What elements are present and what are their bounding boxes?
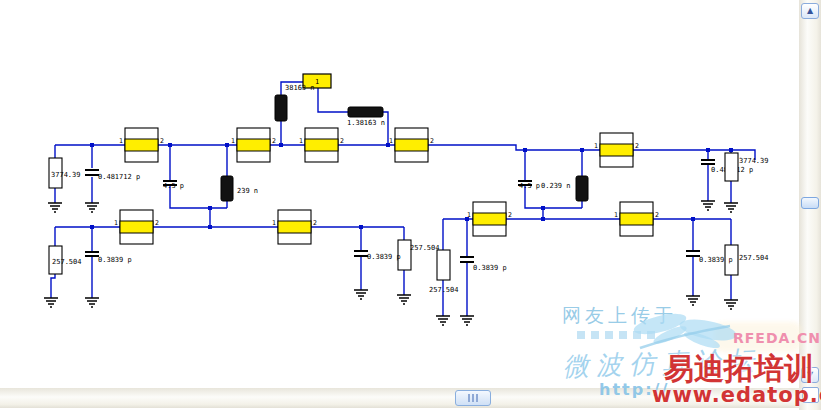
- inductor-symbol: [221, 176, 233, 201]
- port-shunt-inductor-value: 38163 n: [285, 84, 315, 92]
- capacitor-symbol: [85, 170, 99, 175]
- capacitor-symbol: [701, 160, 715, 164]
- transformer-symbol: [620, 202, 653, 236]
- transformer-symbol: [600, 133, 633, 167]
- capacitor-symbol: [354, 251, 368, 256]
- inductor-symbol: [348, 107, 383, 117]
- svg-text:1: 1: [114, 219, 118, 227]
- capacitor-symbol: [460, 257, 474, 262]
- shunt-resistor-value: 257.504: [410, 244, 440, 252]
- port-series-inductor-value: 1.38163 n: [347, 119, 385, 127]
- shunt-capacitor-value: 0.3839 p: [473, 264, 507, 272]
- schematic: 0.481712 p 4.5 p 4.5 p: [0, 0, 821, 410]
- input-capacitor-value: 0.481712 p: [98, 173, 140, 181]
- resistor-symbol: [725, 153, 738, 181]
- wires[interactable]: [51, 82, 755, 316]
- transformer-symbol: [237, 128, 270, 162]
- svg-text:2: 2: [655, 211, 659, 219]
- shunt-capacitor-value: 0.3839 p: [699, 256, 733, 264]
- svg-text:1: 1: [594, 142, 598, 150]
- svg-text:2: 2: [313, 219, 317, 227]
- port-number: 1: [315, 78, 319, 86]
- shunt-resistor-value: 257.504: [429, 286, 459, 294]
- right-resonator-capacitor-value: 4.5 p: [519, 182, 540, 190]
- transformer-symbol: [120, 210, 153, 244]
- svg-text:1: 1: [614, 211, 618, 219]
- transformer-symbol: [305, 128, 338, 162]
- left-resonator-capacitor-value: 4.5 p: [163, 182, 184, 190]
- left-resonator-inductor-value: 239 n: [237, 187, 258, 195]
- svg-text:1: 1: [231, 137, 235, 145]
- capacitor-symbol: [686, 251, 700, 256]
- svg-text:2: 2: [155, 219, 159, 227]
- shunt-resistor-value: 257.504: [52, 258, 82, 266]
- output-resistor-value: 3774.39: [739, 157, 769, 165]
- shunt-capacitor-value: 0.3839 p: [98, 256, 132, 264]
- svg-text:2: 2: [160, 137, 164, 145]
- svg-text:1: 1: [467, 211, 471, 219]
- svg-text:2: 2: [430, 137, 434, 145]
- svg-text:2: 2: [340, 137, 344, 145]
- inductor-symbol: [576, 176, 588, 201]
- right-resonator-inductor-value: 0.239 n: [541, 182, 571, 190]
- input-resistor-value: 3774.39: [51, 171, 81, 179]
- schematic-editor-canvas: ▲ ▼ 网友上传于 RFEDA.CN 微波仿真论坛 http:// 易迪拓培训 …: [0, 0, 821, 410]
- svg-text:1: 1: [389, 137, 393, 145]
- svg-text:1: 1: [119, 137, 123, 145]
- svg-text:1: 1: [299, 137, 303, 145]
- svg-text:2: 2: [272, 137, 276, 145]
- capacitor-symbol: [85, 252, 99, 256]
- resistor-symbol: [437, 250, 450, 280]
- transformer-symbol: [125, 128, 158, 162]
- shunt-capacitor-value: 0.3839 p: [367, 253, 401, 261]
- inductor-symbol: [275, 95, 287, 121]
- transformer-symbol: [395, 128, 428, 162]
- svg-text:1: 1: [272, 219, 276, 227]
- transformer-symbol: [278, 210, 311, 244]
- shunt-resistor-value: 257.504: [739, 254, 769, 262]
- svg-text:2: 2: [508, 211, 512, 219]
- transformer-symbol: [473, 202, 506, 236]
- svg-text:2: 2: [635, 142, 639, 150]
